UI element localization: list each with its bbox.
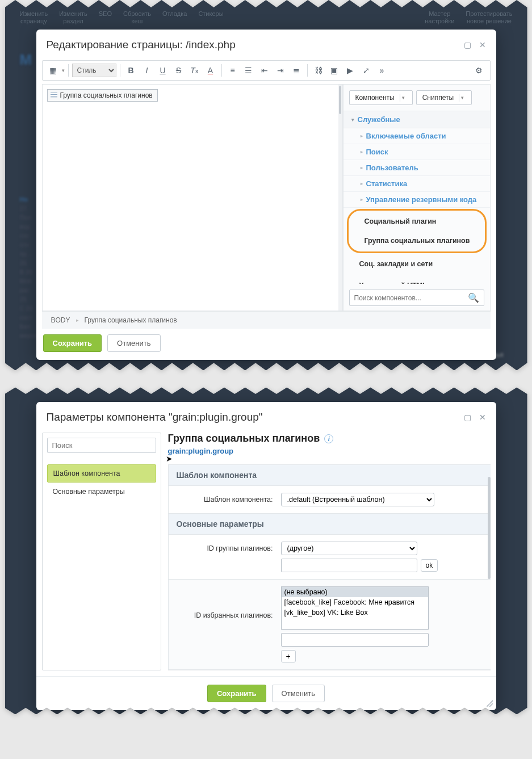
image-icon[interactable]: ▣ — [327, 63, 342, 78]
component-social-bookmarks[interactable]: Соц. закладки и сети — [344, 254, 490, 274]
chevron-right-icon: ▸ — [76, 317, 79, 323]
style-select[interactable]: Стиль — [72, 64, 116, 77]
gear-icon[interactable]: ⚙ — [472, 63, 487, 78]
save-button[interactable]: Сохранить — [43, 334, 102, 352]
chevron-right-icon: ▸ — [361, 197, 363, 202]
params-sidebar: Шаблон компонента Основные параметры — [42, 433, 161, 670]
underline-icon[interactable]: U — [156, 63, 170, 78]
ul-icon[interactable]: ☰ — [241, 63, 256, 78]
editor-dialog: Редактирование страницы: /index.php ▢ ✕ … — [36, 30, 496, 360]
ok-button[interactable]: ok — [421, 559, 438, 572]
breadcrumb-root[interactable]: BODY — [51, 316, 70, 324]
nav-main-params[interactable]: Основные параметры — [47, 483, 156, 500]
chevron-down-icon[interactable]: ▾ — [459, 94, 466, 102]
resize-grip-icon[interactable] — [486, 700, 493, 707]
italic-icon[interactable]: I — [140, 63, 154, 78]
template-icon[interactable]: ▦ — [46, 63, 61, 78]
indent-icon[interactable]: ⇥ — [273, 63, 288, 78]
fullscreen-icon[interactable]: ⤢ — [359, 63, 374, 78]
editor-dialog-title: Редактирование страницы: /index.php — [47, 39, 464, 51]
list-option[interactable]: (не выбрано) — [282, 587, 428, 597]
strike-icon[interactable]: S — [171, 63, 186, 78]
breadcrumb: BODY ▸ Группа социальных плагинов — [42, 311, 491, 329]
maximize-icon[interactable]: ▢ — [464, 40, 471, 49]
highlight-ring: Социальный плагин Группа социальных плаг… — [347, 209, 487, 253]
tab-snippets[interactable]: Сниппеты▾ — [416, 90, 472, 105]
background-top-toolbar: Изменитьстраницу Изменитьраздел SEO Сбро… — [12, 7, 521, 28]
accordion-item[interactable]: ▸Управление резервными кода — [344, 192, 490, 208]
ol-icon[interactable]: ≡ — [225, 63, 240, 78]
params-dialog-title: Параметры компонента "grain:plugin.group… — [47, 411, 464, 423]
component-social-plugin-group[interactable]: Группа социальных плагинов — [349, 231, 485, 250]
chevron-right-icon: ▸ — [361, 165, 363, 170]
accordion-item[interactable]: ▸Статистика — [344, 176, 490, 192]
section-main-header: Основные параметры — [169, 514, 491, 535]
selected-plugins-list[interactable]: (не выбрано) [facebook_like] Facebook: М… — [281, 586, 429, 630]
search-icon: 🔍 — [468, 292, 479, 303]
clear-format-icon[interactable]: Tx — [187, 63, 202, 78]
component-chip[interactable]: Группа социальных плагинов — [47, 89, 158, 102]
component-id: grain:plugin.group — [168, 447, 491, 455]
params-scrollbar[interactable] — [488, 477, 492, 670]
editor-canvas[interactable]: Группа социальных плагинов — [42, 84, 338, 311]
accordion-item[interactable]: ▸Пользователь — [344, 160, 490, 176]
nav-template[interactable]: Шаблон компонента — [47, 464, 156, 483]
chevron-right-icon: ▸ — [361, 133, 363, 139]
breadcrumb-item[interactable]: Группа социальных плагинов — [85, 316, 177, 324]
chevron-down-icon[interactable]: ▾ — [400, 94, 407, 102]
more-icon[interactable]: » — [375, 63, 389, 78]
align-icon[interactable]: ≣ — [289, 63, 304, 78]
cancel-button[interactable]: Отменить — [107, 334, 160, 352]
list-option[interactable]: [facebook_like] Facebook: Мне нравится — [282, 597, 428, 607]
selected-plugins-label: ID избранных плагинов: — [177, 586, 273, 619]
canvas-scrollbar[interactable] — [338, 84, 343, 311]
video-icon[interactable]: ▶ — [343, 63, 358, 78]
accordion-item[interactable]: ▸Включаемые области — [344, 128, 490, 144]
cancel-button[interactable]: Отменить — [272, 685, 325, 702]
accordion-item[interactable]: ▸Поиск — [344, 144, 490, 160]
close-icon[interactable]: ✕ — [479, 413, 486, 422]
template-label: Шаблон компонента: — [177, 493, 273, 504]
component-social-plugin[interactable]: Социальный плагин — [349, 212, 485, 231]
chevron-right-icon: ▸ — [361, 181, 363, 186]
component-html-editor[interactable]: Упрощенный HTML-редактор — [344, 274, 490, 284]
tab-components[interactable]: Компоненты▾ — [349, 90, 413, 105]
params-main: Группа социальных плагинов i grain:plugi… — [168, 433, 491, 670]
component-search[interactable]: 🔍 — [349, 290, 484, 306]
close-icon[interactable]: ✕ — [479, 40, 486, 49]
component-heading: Группа социальных плагинов i — [168, 433, 491, 445]
accordion-header-service[interactable]: ▾Служебные — [344, 111, 490, 128]
group-id-label: ID группы плагинов: — [177, 542, 273, 552]
maximize-icon[interactable]: ▢ — [464, 413, 471, 422]
group-id-select[interactable]: (другое) — [281, 542, 417, 555]
selected-plugins-input[interactable] — [281, 633, 429, 647]
params-dialog: Параметры компонента "grain:plugin.group… — [36, 402, 496, 710]
font-color-icon[interactable]: A — [203, 63, 218, 78]
save-button[interactable]: Сохранить — [207, 685, 266, 702]
info-icon[interactable]: i — [324, 434, 333, 443]
template-select[interactable]: .default (Встроенный шаблон) — [281, 493, 434, 506]
add-button[interactable]: + — [281, 650, 296, 662]
editor-toolbar: ▦ ▾ Стиль B I U S Tx A ≡ ☰ ⇤ ⇥ ≣ ⛓ ▣ ▶ ⤢… — [42, 60, 491, 81]
link-icon[interactable]: ⛓ — [311, 63, 326, 78]
outdent-icon[interactable]: ⇤ — [257, 63, 272, 78]
bold-icon[interactable]: B — [124, 63, 139, 78]
background-top-toolbar — [12, 394, 521, 401]
chevron-down-icon: ▾ — [351, 117, 354, 123]
chevron-right-icon: ▸ — [361, 149, 363, 154]
group-id-input[interactable] — [281, 559, 417, 572]
section-template-header: Шаблон компонента — [169, 465, 491, 486]
cursor-icon: ➤ — [166, 454, 173, 463]
component-search-input[interactable] — [354, 294, 468, 302]
list-option[interactable]: [vk_like_box] VK: Like Box — [282, 607, 428, 618]
params-search-input[interactable] — [47, 438, 156, 453]
editor-sidebar: Компоненты▾ Сниппеты▾ ▾Служебные ▸Включа… — [343, 84, 491, 311]
